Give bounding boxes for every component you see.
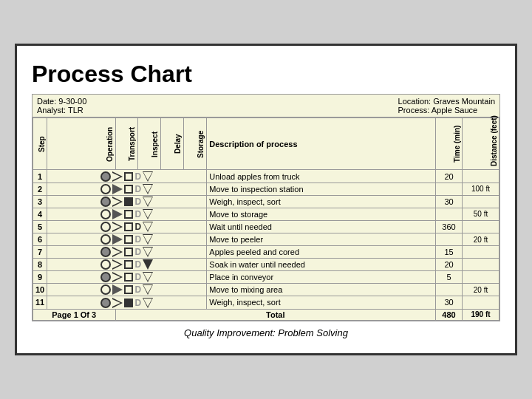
footer-total-time: 480 — [436, 309, 463, 320]
table-row: 7 D Apples peeled and cored15 — [33, 246, 499, 259]
col-distance: Distance (feet) — [463, 118, 499, 170]
row-distance — [463, 271, 499, 284]
table-row: 2D Move to inspection station100 ft — [33, 183, 499, 195]
row-description: Weigh, inspect, sort — [207, 296, 436, 309]
header-left: Date: 9-30-00 Analyst: TLR — [37, 97, 86, 115]
date-label: Date: 9-30-00 — [37, 97, 86, 106]
col-inspect: Inspect — [138, 118, 161, 170]
row-number: 3 — [33, 195, 47, 208]
col-description: Description of process — [207, 118, 436, 170]
row-description: Place in conveyor — [207, 271, 436, 284]
row-number: 2 — [33, 183, 47, 195]
table-row: 6D Move to peeler20 ft — [33, 233, 499, 245]
row-time: 15 — [436, 246, 463, 259]
table-row: 11 D Weigh, inspect, sort30 — [33, 296, 499, 309]
symbols-cell: D — [47, 208, 207, 220]
row-distance: 100 ft — [463, 183, 499, 195]
row-number: 9 — [33, 271, 47, 284]
symbols-cell: D — [47, 170, 207, 183]
col-step: Step — [33, 118, 47, 170]
bottom-label: Quality Improvement: Problem Solving — [32, 327, 500, 338]
table-row: 9 D Place in conveyor5 — [33, 271, 499, 284]
col-transport: Transport — [115, 118, 138, 170]
row-distance — [463, 296, 499, 309]
col-storage: Storage — [184, 118, 207, 170]
row-time: 20 — [436, 259, 463, 271]
row-number: 8 — [33, 259, 47, 271]
row-distance — [463, 259, 499, 271]
symbols-cell: D — [47, 271, 207, 284]
row-time: 30 — [436, 195, 463, 208]
analyst-label: Analyst: TLR — [37, 106, 86, 115]
row-distance: 20 ft — [463, 284, 499, 296]
table-row: 8 DSoak in water until needed20 — [33, 259, 499, 271]
row-description: Weigh, inspect, sort — [207, 195, 436, 208]
row-distance: 20 ft — [463, 233, 499, 245]
row-description: Move to storage — [207, 208, 436, 220]
row-description: Move to inspection station — [207, 183, 436, 195]
row-time: 5 — [436, 271, 463, 284]
row-distance — [463, 170, 499, 183]
footer-row: Page 1 Of 3 Total 480 190 ft — [33, 309, 499, 320]
row-description: Move to mixing area — [207, 284, 436, 296]
row-number: 1 — [33, 170, 47, 183]
table-row: 3 D Weigh, inspect, sort30 — [33, 195, 499, 208]
row-description: Apples peeled and cored — [207, 246, 436, 259]
row-description: Soak in water until needed — [207, 259, 436, 271]
symbols-cell: D — [47, 220, 207, 233]
page-title: Process Chart — [32, 61, 500, 88]
row-time: 20 — [436, 170, 463, 183]
row-time — [436, 233, 463, 245]
row-number: 5 — [33, 220, 47, 233]
symbols-cell: D — [47, 284, 207, 296]
row-time: 30 — [436, 296, 463, 309]
footer-total-label: Total — [115, 309, 436, 320]
table-row: 4D Move to storage50 ft — [33, 208, 499, 220]
row-time — [436, 183, 463, 195]
table-row: 5 D Wait until needed360 — [33, 220, 499, 233]
location-label: Location: Graves Mountain — [398, 97, 495, 106]
col-delay: Delay — [161, 118, 184, 170]
process-table-wrapper: Date: 9-30-00 Analyst: TLR Location: Gra… — [32, 94, 500, 321]
row-distance — [463, 246, 499, 259]
symbols-cell: D — [47, 259, 207, 271]
row-distance: 50 ft — [463, 208, 499, 220]
row-distance — [463, 220, 499, 233]
symbols-cell: D — [47, 296, 207, 309]
col-operation: Operation — [47, 118, 115, 170]
row-number: 7 — [33, 246, 47, 259]
symbols-cell: D — [47, 183, 207, 195]
symbols-cell: D — [47, 195, 207, 208]
table-row: 1 D Unload apples from truck20 — [33, 170, 499, 183]
symbols-cell: D — [47, 246, 207, 259]
header-right: Location: Graves Mountain Process: Apple… — [398, 97, 495, 115]
process-table: Step Operation Transport Inspect Delay S… — [33, 117, 499, 320]
row-number: 4 — [33, 208, 47, 220]
header-block: Date: 9-30-00 Analyst: TLR Location: Gra… — [33, 95, 499, 117]
row-number: 10 — [33, 284, 47, 296]
row-number: 6 — [33, 233, 47, 245]
col-time: Time (min) — [436, 118, 463, 170]
row-description: Unload apples from truck — [207, 170, 436, 183]
row-time — [436, 208, 463, 220]
process-label: Process: Apple Sauce — [398, 106, 495, 115]
row-description: Wait until needed — [207, 220, 436, 233]
row-time — [436, 284, 463, 296]
footer-page: Page 1 Of 3 — [33, 309, 116, 320]
row-description: Move to peeler — [207, 233, 436, 245]
row-number: 11 — [33, 296, 47, 309]
footer-total-dist: 190 ft — [463, 309, 499, 320]
symbols-cell: D — [47, 233, 207, 245]
row-time: 360 — [436, 220, 463, 233]
table-row: 10D Move to mixing area20 ft — [33, 284, 499, 296]
main-container: Process Chart Date: 9-30-00 Analyst: TLR… — [15, 44, 517, 355]
row-distance — [463, 195, 499, 208]
